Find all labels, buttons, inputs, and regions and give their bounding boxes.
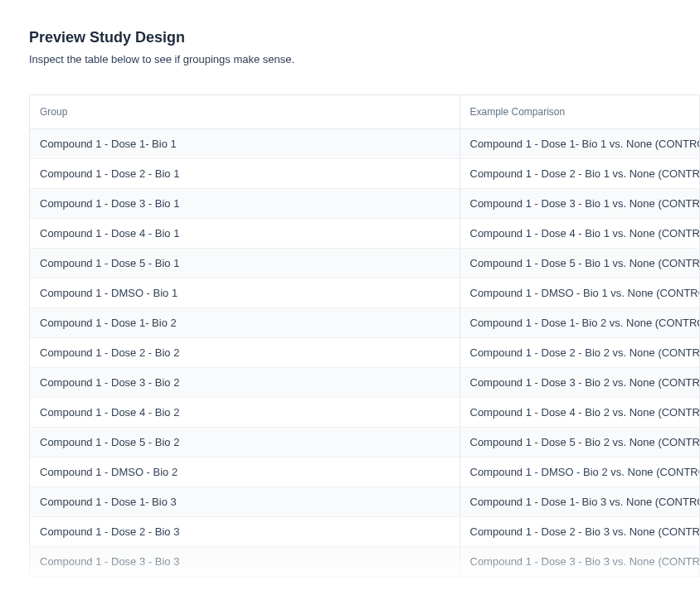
cell-group: Compound 1 - Dose 3 - Bio 2 xyxy=(30,368,459,398)
table-row[interactable]: Compound 1 - Dose 4 - Bio 1Compound 1 - … xyxy=(30,219,699,249)
cell-comparison: Compound 1 - DMSO - Bio 1 vs. None (CONT… xyxy=(459,278,699,308)
cell-group: Compound 1 - Dose 2 - Bio 1 xyxy=(30,159,459,189)
cell-comparison: Compound 1 - DMSO - Bio 2 vs. None (CONT… xyxy=(459,457,699,487)
cell-group: Compound 1 - DMSO - Bio 2 xyxy=(30,457,459,487)
cell-comparison: Compound 1 - Dose 2 - Bio 3 vs. None (CO… xyxy=(459,517,699,547)
cell-comparison: Compound 1 - Dose 2 - Bio 1 vs. None (CO… xyxy=(459,159,699,189)
column-header-group[interactable]: Group xyxy=(30,95,459,129)
table-row[interactable]: Compound 1 - Dose 2 - Bio 3Compound 1 - … xyxy=(30,517,699,547)
cell-group: Compound 1 - Dose 2 - Bio 2 xyxy=(30,338,459,368)
cell-group: Compound 1 - Dose 5 - Bio 2 xyxy=(30,428,459,457)
cell-comparison: Compound 1 - Dose 2 - Bio 2 vs. None (CO… xyxy=(459,338,699,368)
cell-group: Compound 1 - Dose 3 - Bio 1 xyxy=(30,189,459,219)
cell-comparison: Compound 1 - Dose 5 - Bio 1 vs. None (CO… xyxy=(459,249,699,278)
cell-group: Compound 1 - Dose 1- Bio 2 xyxy=(30,308,459,338)
cell-comparison: Compound 1 - Dose 3 - Bio 2 vs. None (CO… xyxy=(459,368,699,398)
table-row[interactable]: Compound 1 - Dose 2 - Bio 1Compound 1 - … xyxy=(30,159,699,189)
cell-comparison: Compound 1 - Dose 4 - Bio 2 vs. None (CO… xyxy=(459,398,699,428)
table-row[interactable]: Compound 1 - DMSO - Bio 1Compound 1 - DM… xyxy=(30,278,699,308)
table-row[interactable]: Compound 1 - Dose 3 - Bio 1Compound 1 - … xyxy=(30,189,699,219)
cell-group: Compound 1 - Dose 5 - Bio 1 xyxy=(30,249,459,278)
cell-group: Compound 1 - Dose 1- Bio 1 xyxy=(30,129,459,159)
cell-comparison: Compound 1 - Dose 3 - Bio 1 vs. None (CO… xyxy=(459,189,699,219)
cell-comparison: Compound 1 - Dose 5 - Bio 2 vs. None (CO… xyxy=(459,428,699,457)
cell-group: Compound 1 - Dose 3 - Bio 3 xyxy=(30,547,459,577)
study-design-table: Group Example Comparison Compound 1 - Do… xyxy=(30,95,699,577)
table-row[interactable]: Compound 1 - Dose 5 - Bio 1Compound 1 - … xyxy=(30,249,699,278)
cell-comparison: Compound 1 - Dose 1- Bio 1 vs. None (CON… xyxy=(459,129,699,159)
cell-group: Compound 1 - DMSO - Bio 1 xyxy=(30,278,459,308)
table-row[interactable]: Compound 1 - DMSO - Bio 2Compound 1 - DM… xyxy=(30,457,699,487)
cell-comparison: Compound 1 - Dose 3 - Bio 3 vs. None (CO… xyxy=(459,547,699,577)
cell-group: Compound 1 - Dose 2 - Bio 3 xyxy=(30,517,459,547)
cell-comparison: Compound 1 - Dose 1- Bio 3 vs. None (CON… xyxy=(459,487,699,517)
table-row[interactable]: Compound 1 - Dose 3 - Bio 2Compound 1 - … xyxy=(30,368,699,398)
cell-group: Compound 1 - Dose 4 - Bio 1 xyxy=(30,219,459,249)
table-row[interactable]: Compound 1 - Dose 5 - Bio 2Compound 1 - … xyxy=(30,428,699,457)
table-row[interactable]: Compound 1 - Dose 1- Bio 1Compound 1 - D… xyxy=(30,129,699,159)
study-design-table-container: Group Example Comparison Compound 1 - Do… xyxy=(29,94,700,578)
table-row[interactable]: Compound 1 - Dose 1- Bio 2Compound 1 - D… xyxy=(30,308,699,338)
cell-comparison: Compound 1 - Dose 1- Bio 2 vs. None (CON… xyxy=(459,308,699,338)
page-title: Preview Study Design xyxy=(29,29,700,46)
table-row[interactable]: Compound 1 - Dose 1- Bio 3Compound 1 - D… xyxy=(30,487,699,517)
table-row[interactable]: Compound 1 - Dose 3 - Bio 3Compound 1 - … xyxy=(30,547,699,577)
cell-comparison: Compound 1 - Dose 4 - Bio 1 vs. None (CO… xyxy=(459,219,699,249)
column-header-comparison[interactable]: Example Comparison xyxy=(459,95,699,129)
cell-group: Compound 1 - Dose 4 - Bio 2 xyxy=(30,398,459,428)
cell-group: Compound 1 - Dose 1- Bio 3 xyxy=(30,487,459,517)
page-subtitle: Inspect the table below to see if groupi… xyxy=(29,53,700,65)
table-row[interactable]: Compound 1 - Dose 4 - Bio 2Compound 1 - … xyxy=(30,398,699,428)
table-row[interactable]: Compound 1 - Dose 2 - Bio 2Compound 1 - … xyxy=(30,338,699,368)
